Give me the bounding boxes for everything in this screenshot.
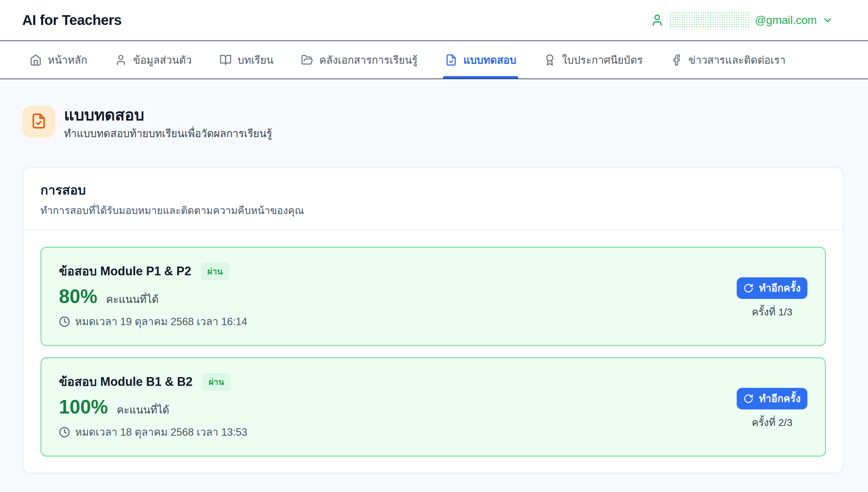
exam-list: ข้อสอบ Module P1 & P2 ผ่าน 80% คะแนนที่ไ… <box>24 230 842 473</box>
nav-item-news-contact[interactable]: ข่าวสารและติดต่อเรา <box>670 41 786 78</box>
exam-card: ข้อสอบ Module B1 & B2 ผ่าน 100% คะแนนที่… <box>41 357 826 457</box>
award-icon <box>544 54 556 66</box>
page-header: แบบทดสอบ ทำแบบทดสอบท้ายบทเรียนเพื่อวัดผล… <box>22 105 843 142</box>
exam-title: ข้อสอบ Module P1 & P2 <box>59 263 191 280</box>
status-badge: ผ่าน <box>201 263 230 280</box>
page-main: แบบทดสอบ ทำแบบทดสอบท้ายบทเรียนเพื่อวัดผล… <box>0 79 868 473</box>
status-badge: ผ่าน <box>202 373 231 391</box>
retry-button[interactable]: ทำอีกครั้ง <box>737 388 807 410</box>
main-nav: หน้าหลัก ข้อมูลส่วนตัว บทเรียน คลังเอกสา… <box>0 41 868 79</box>
retry-button-label: ทำอีกครั้ง <box>759 393 801 405</box>
exam-section-card: การสอบ ทำการสอบที่ได้รับมอบหมายและติดตาม… <box>23 168 843 473</box>
attempt-count: ครั้งที่ 1/3 <box>752 305 793 319</box>
exam-section-subtitle: ทำการสอบที่ได้รับมอบหมายและติดตามความคืบ… <box>41 203 826 218</box>
user-email-suffix: @gmail.com <box>755 13 817 28</box>
retry-button-label: ทำอีกครั้ง <box>759 282 801 294</box>
exam-finished-at: หมดเวลา 19 ตุลาคม 2568 เวลา 16:14 <box>75 314 247 329</box>
user-icon <box>115 54 127 66</box>
active-tab-underline <box>443 76 518 78</box>
nav-item-lessons[interactable]: บทเรียน <box>219 41 274 78</box>
refresh-icon <box>743 394 754 404</box>
chevron-down-icon <box>822 15 833 26</box>
attempt-count: ครั้งที่ 2/3 <box>752 416 793 430</box>
page-title: แบบทดสอบ <box>64 105 272 124</box>
exam-title-row: ข้อสอบ Module P1 & P2 ผ่าน <box>59 263 807 280</box>
exam-score: 100% <box>59 396 108 418</box>
nav-item-profile[interactable]: ข้อมูลส่วนตัว <box>115 41 191 78</box>
exam-finished-at: หมดเวลา 18 ตุลาคม 2568 เวลา 13:53 <box>75 425 247 439</box>
nav-label: หน้าหลัก <box>48 51 87 68</box>
nav-label: บทเรียน <box>238 51 274 68</box>
page-subtitle: ทำแบบทดสอบท้ายบทเรียนเพื่อวัดผลการเรียนร… <box>64 126 272 142</box>
exam-actions: ทำอีกครั้ง ครั้งที่ 2/3 <box>737 388 807 430</box>
clock-icon <box>59 316 70 327</box>
clock-icon <box>59 427 70 438</box>
file-check-icon <box>445 54 457 66</box>
exam-title-row: ข้อสอบ Module B1 & B2 ผ่าน <box>59 373 807 391</box>
exam-score-label: คะแนนที่ได้ <box>106 292 159 307</box>
app-header: AI for Teachers @gmail.com <box>0 0 868 41</box>
nav-label: ข่าวสารและติดต่อเรา <box>688 51 786 68</box>
exam-time-row: หมดเวลา 19 ตุลาคม 2568 เวลา 16:14 <box>59 314 807 329</box>
nav-label: คลังเอกสารการเรียนรู้ <box>319 51 418 68</box>
exam-score-row: 100% คะแนนที่ได้ <box>59 396 807 418</box>
exam-score-label: คะแนนที่ได้ <box>117 403 169 417</box>
exam-actions: ทำอีกครั้ง ครั้งที่ 1/3 <box>737 277 807 319</box>
nav-item-home[interactable]: หน้าหลัก <box>30 41 87 78</box>
exam-section-title: การสอบ <box>41 182 826 198</box>
facebook-icon <box>670 54 682 66</box>
exam-title: ข้อสอบ Module B1 & B2 <box>59 373 192 390</box>
home-icon <box>30 54 42 66</box>
nav-label: ใบประกาศนียบัตร <box>562 51 642 68</box>
nav-label: แบบทดสอบ <box>463 51 516 68</box>
exam-score-row: 80% คะแนนที่ได้ <box>59 286 807 307</box>
file-check-icon <box>31 113 47 130</box>
user-account-menu[interactable]: @gmail.com <box>651 11 833 29</box>
nav-item-certificates[interactable]: ใบประกาศนียบัตร <box>544 41 642 78</box>
exam-score: 80% <box>59 286 97 307</box>
book-open-icon <box>219 54 232 66</box>
nav-item-tests[interactable]: แบบทดสอบ <box>445 41 516 78</box>
folder-open-icon <box>301 54 313 66</box>
page-icon-box <box>22 105 55 138</box>
app-title: AI for Teachers <box>22 12 122 28</box>
exam-card: ข้อสอบ Module P1 & P2 ผ่าน 80% คะแนนที่ไ… <box>41 247 826 346</box>
exam-section-head: การสอบ ทำการสอบที่ได้รับมอบหมายและติดตาม… <box>24 168 842 230</box>
nav-label: ข้อมูลส่วนตัว <box>133 51 191 68</box>
redacted-email-block <box>669 11 749 29</box>
refresh-icon <box>743 283 754 293</box>
exam-time-row: หมดเวลา 18 ตุลาคม 2568 เวลา 13:53 <box>59 425 807 439</box>
user-icon <box>651 14 664 27</box>
nav-item-document-library[interactable]: คลังเอกสารการเรียนรู้ <box>301 41 418 78</box>
retry-button[interactable]: ทำอีกครั้ง <box>737 277 807 299</box>
